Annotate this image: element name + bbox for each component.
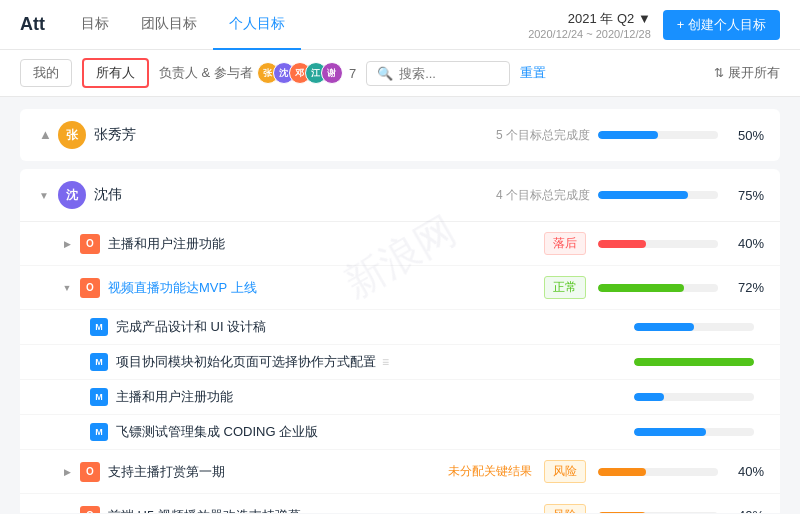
person-name: 沈伟 [94, 186, 492, 204]
progress-label: 总完成度 [542, 127, 590, 144]
okr-progress-wrap [598, 468, 718, 476]
search-box[interactable]: 🔍 [366, 61, 510, 86]
logo: Att [20, 14, 45, 35]
unassigned-label: 未分配关键结果 [448, 463, 532, 480]
kr-title: 主播和用户注册功能 [116, 388, 634, 406]
kr-progress-wrap [634, 358, 754, 366]
kr-type-icon: M [90, 318, 108, 336]
okr-type-icon: O [80, 278, 100, 298]
kr-title: 飞镖测试管理集成 CODING 企业版 [116, 423, 634, 441]
okr-progress-bar [598, 468, 646, 476]
assignee-avatars: 张 沈 邓 江 谢 [263, 62, 343, 84]
person-group-0: ▶张张秀芳5 个目标总完成度50% [20, 109, 780, 161]
okr-title: 前端 H5 视频播放器改造支持弹幕 [108, 507, 544, 514]
kr-title: 项目协同模块初始化页面可选择协作方式配置≡ [116, 353, 634, 371]
create-btn[interactable]: + 创建个人目标 [663, 10, 780, 40]
okr-progress-section: 40% [598, 464, 764, 479]
toolbar: 我的 所有人 负责人 & 参与者 张 沈 邓 江 谢 7 🔍 重置 ⇅ 展开所有 [0, 50, 800, 97]
nav-tab-目标[interactable]: 目标 [65, 0, 125, 50]
main-content: ▶张张秀芳5 个目标总完成度50%▼沈沈伟4 个目标总完成度75%▶O主播和用户… [0, 97, 800, 513]
okr-title: 视频直播功能达MVP 上线 [108, 279, 544, 297]
expand-icon: ⇅ [714, 66, 724, 80]
person-goals-count: 4 个目标 [496, 187, 542, 204]
okr-progress-pct: 72% [728, 280, 764, 295]
person-header-0[interactable]: ▶张张秀芳5 个目标总完成度50% [20, 109, 780, 161]
kr-progress-bar [634, 428, 706, 436]
okr-title: 主播和用户注册功能 [108, 235, 544, 253]
progress-bar-wrap [598, 131, 718, 139]
kr-item-1[interactable]: M项目协同模块初始化页面可选择协作方式配置≡ [20, 345, 780, 380]
kr-item-0[interactable]: M完成产品设计和 UI 设计稿 [20, 310, 780, 345]
okr-progress-bar [598, 240, 646, 248]
person-goals-count: 5 个目标 [496, 127, 542, 144]
date-quarter[interactable]: 2021 年 Q2 ▼ 2020/12/24 ~ 2020/12/28 [528, 10, 651, 40]
okr-progress-wrap [598, 512, 718, 514]
progress-label: 总完成度 [542, 187, 590, 204]
assignee-filter[interactable]: 负责人 & 参与者 张 沈 邓 江 谢 7 [159, 62, 356, 84]
okr-progress-section: 72% [598, 280, 764, 295]
kr-progress-bar [634, 393, 664, 401]
person-header-1[interactable]: ▼沈沈伟4 个目标总完成度75% [20, 169, 780, 222]
okr-chevron-icon: ▶ [60, 509, 74, 514]
person-name: 张秀芳 [94, 126, 492, 144]
okr-progress-pct: 40% [728, 464, 764, 479]
okr-type-icon: O [80, 506, 100, 514]
header: Att 目标团队目标个人目标 2021 年 Q2 ▼ 2020/12/24 ~ … [0, 0, 800, 50]
person-progress-section: 总完成度50% [542, 127, 764, 144]
chevron-icon: ▼ [36, 187, 52, 203]
kr-type-icon: M [90, 388, 108, 406]
search-input[interactable] [399, 66, 499, 81]
kr-type-icon: M [90, 423, 108, 441]
status-badge: 落后 [544, 232, 586, 255]
status-badge: 风险 [544, 504, 586, 513]
nav-tabs: 目标团队目标个人目标 [65, 0, 301, 50]
kr-more-icon: ≡ [382, 355, 389, 369]
kr-progress-wrap [634, 323, 754, 331]
kr-title: 完成产品设计和 UI 设计稿 [116, 318, 634, 336]
nav-tab-团队目标[interactable]: 团队目标 [125, 0, 213, 50]
avatar-5: 谢 [321, 62, 343, 84]
kr-progress-bar [634, 358, 754, 366]
reset-btn[interactable]: 重置 [520, 64, 546, 82]
status-badge: 风险 [544, 460, 586, 483]
person-avatar: 张 [58, 121, 86, 149]
kr-progress-bar [634, 323, 694, 331]
kr-progress-section [634, 323, 764, 331]
okr-progress-pct: 40% [728, 236, 764, 251]
okr-chevron-icon: ▼ [60, 281, 74, 295]
kr-progress-section [634, 393, 764, 401]
okr-progress-wrap [598, 240, 718, 248]
status-badge: 正常 [544, 276, 586, 299]
person-avatar: 沈 [58, 181, 86, 209]
okr-progress-wrap [598, 284, 718, 292]
nav-tab-个人目标[interactable]: 个人目标 [213, 0, 301, 50]
kr-item-3[interactable]: M飞镖测试管理集成 CODING 企业版 [20, 415, 780, 450]
okr-item-2[interactable]: ▶O支持主播打赏第一期未分配关键结果风险40% [20, 450, 780, 494]
kr-progress-section [634, 428, 764, 436]
okr-item-1[interactable]: ▼O视频直播功能达MVP 上线正常72% [20, 266, 780, 310]
kr-progress-wrap [634, 428, 754, 436]
okr-progress-section: 40% [598, 508, 764, 513]
kr-type-icon: M [90, 353, 108, 371]
kr-item-2[interactable]: M主播和用户注册功能 [20, 380, 780, 415]
progress-pct: 75% [728, 188, 764, 203]
okr-item-0[interactable]: ▶O主播和用户注册功能落后40% [20, 222, 780, 266]
okr-chevron-icon: ▶ [60, 465, 74, 479]
okr-title: 支持主播打赏第一期 [108, 463, 448, 481]
okr-type-icon: O [80, 234, 100, 254]
progress-bar [598, 191, 688, 199]
okr-progress-section: 40% [598, 236, 764, 251]
okr-progress-bar [598, 284, 684, 292]
expand-all-btn[interactable]: ⇅ 展开所有 [714, 64, 780, 82]
okr-progress-bar [598, 512, 646, 514]
okr-chevron-icon: ▶ [60, 237, 74, 251]
my-filter-btn[interactable]: 我的 [20, 59, 72, 87]
header-left: Att 目标团队目标个人目标 [20, 0, 301, 50]
okr-item-3[interactable]: ▶O前端 H5 视频播放器改造支持弹幕风险40% [20, 494, 780, 513]
all-filter-btn[interactable]: 所有人 [82, 58, 149, 88]
kr-progress-wrap [634, 393, 754, 401]
chevron-icon: ▶ [36, 127, 52, 143]
assignee-label: 负责人 & 参与者 [159, 64, 253, 82]
header-right: 2021 年 Q2 ▼ 2020/12/24 ~ 2020/12/28 + 创建… [528, 10, 780, 40]
okr-progress-pct: 40% [728, 508, 764, 513]
